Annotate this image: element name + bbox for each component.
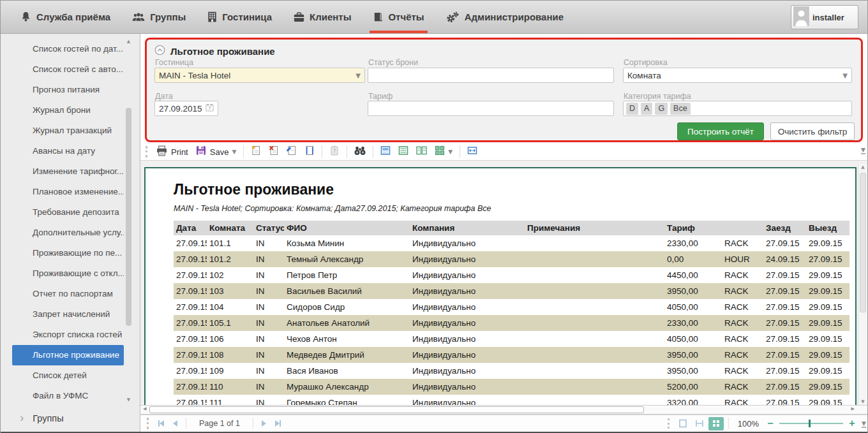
table-cell: 111 [207,395,253,405]
table-cell: RACK [722,299,763,315]
zoom-grid-mode-button[interactable] [708,417,724,430]
sidebar-item-6[interactable]: Изменение тарифног... [12,161,124,182]
zoom-slider[interactable] [779,419,843,428]
zoom-out-button[interactable]: − [765,418,775,429]
nav-tab-5[interactable]: Администрирование [435,1,574,33]
nav-tab-2[interactable]: Гостиница [197,1,283,33]
sidebar-item-13[interactable]: Запрет начислений [12,304,124,325]
build-report-button[interactable]: Построить отчёт [677,122,764,140]
table-cell: 27.09.15 [174,315,207,331]
sidebar-item-4[interactable]: Журнал транзакций [12,121,124,141]
new-page-button[interactable] [247,144,265,159]
tariff-input[interactable] [368,101,614,116]
sidebar-item-1[interactable]: Список гостей с авто... [12,59,124,80]
nav-tab-label: Администрирование [465,11,564,22]
page-setup-button[interactable] [301,144,318,159]
sort-select[interactable]: Комната ▼ [623,68,852,83]
find-button[interactable] [350,144,370,159]
zoom-fit-width-button[interactable] [692,417,707,430]
calendar-icon[interactable]: 7 [206,103,214,114]
tariff-category-chip-0[interactable]: D [626,103,638,115]
tariff-category-field[interactable]: DAGВсе [623,101,852,116]
sidebar-item-9[interactable]: Дополнительные услу... [12,223,124,243]
sidebar-item-10[interactable]: Проживающие по пе... [12,243,124,263]
nav-tab-0[interactable]: Служба приёма [10,1,121,33]
sidebar-scrollbar[interactable]: ▲ ▼ [124,39,133,402]
fit-width-button[interactable] [463,144,481,159]
tariff-category-chip-1[interactable]: A [641,103,652,115]
table-cell: 3320,00 [664,395,722,405]
nav-tab-4[interactable]: Отчёты [362,1,435,33]
sidebar-item-7[interactable]: Плановое изменение... [12,182,124,202]
zoom-in-button[interactable]: + [847,418,857,429]
sidebar-item-5[interactable]: Авансы на дату [12,141,124,161]
nav-tab-3[interactable]: Клиенты [283,1,362,33]
zoom-page-mode-button[interactable] [675,417,691,430]
tariff-category-chip-2[interactable]: G [655,103,668,115]
page-indicator: Page 1 of 1 [190,419,249,428]
last-page-button[interactable] [271,417,285,430]
table-cell: 110 [207,379,253,395]
pager-drag-handle[interactable] [147,418,149,429]
scrollbar-thumb[interactable] [126,108,131,326]
edit-page-button[interactable] [283,144,301,159]
table-cell: Индивидуально [410,283,525,299]
user-menu[interactable]: installer [791,5,858,29]
copy-button-disabled[interactable]: ? [326,144,343,159]
scroll-down-icon[interactable]: ▼ [124,397,133,402]
scroll-up-icon[interactable]: ▲ [124,39,133,44]
sidebar-item-14[interactable]: Экспорт списка гостей [12,325,124,345]
date-input[interactable]: 27.09.2015 7 [154,101,218,116]
collapse-panel-icon[interactable] [154,45,165,58]
zoom-drag-handle[interactable] [668,418,670,429]
sidebar-group-groups[interactable]: › Группы [1,409,124,428]
sidebar-item-0[interactable]: Список гостей по дат... [12,39,124,59]
scrollbar-thumb[interactable] [860,173,866,312]
booking-status-input[interactable] [368,68,614,83]
table-cell: 4050,00 [664,299,722,315]
save-button[interactable]: Save ▼ [192,144,241,159]
print-button[interactable]: Print [153,144,192,159]
view-single-page-button[interactable] [377,144,394,159]
sidebar-item-15[interactable]: Льготное проживание [12,345,124,365]
report-toolbar: Print Save ▼ ? ▼ [140,143,867,161]
sidebar-item-12[interactable]: Отчет по паспортам [12,284,124,304]
table-cell: IN [253,267,284,283]
table-cell: 29.09.15 [806,379,849,395]
report-vertical-scrollbar[interactable]: ▲ ▼ [858,164,867,405]
table-cell: 101.1 [207,235,253,251]
nav-tab-1[interactable]: Группы [121,1,197,33]
zoom-slider-handle[interactable] [809,420,811,427]
table-cell: Индивидуально [410,235,525,251]
scroll-up-icon[interactable]: ▲ [858,165,867,170]
tariff-category-chip-3[interactable]: Все [670,103,691,115]
view-multiple-pages-button[interactable]: ▼ [431,144,456,159]
table-cell [525,363,664,379]
scroll-left-icon[interactable]: ◀ [143,406,146,411]
statusbar-overflow-icon[interactable]: ▼ [862,420,866,428]
toolbar-drag-handle[interactable] [146,146,147,158]
toolbar-overflow-icon[interactable]: ▼ [861,147,865,154]
sidebar-item-17[interactable]: Файл в УФМС [12,386,124,406]
previous-page-button[interactable] [168,417,182,430]
hotel-select[interactable]: MAIN - Tesla Hotel ▼ [154,68,365,83]
report-title: Льготное проживание [174,181,846,198]
table-cell [525,299,664,315]
sidebar-item-11[interactable]: Проживающие с откл... [12,263,124,284]
first-page-button[interactable] [154,417,168,430]
scrollbar-thumb[interactable] [149,406,644,413]
delete-page-button[interactable] [265,144,283,159]
report-horizontal-scrollbar[interactable]: ◀ ▶ [140,405,867,415]
print-label: Print [171,147,188,157]
sidebar-item-3[interactable]: Журнал брони [12,100,124,121]
clear-filter-button[interactable]: Очистить фильтр [770,122,855,140]
next-page-button[interactable] [257,417,271,430]
sidebar-item-2[interactable]: Прогноз питания [12,80,124,100]
sidebar-item-8[interactable]: Требование депозита [12,202,124,223]
sidebar-item-16[interactable]: Список детей [12,365,124,386]
view-facing-button[interactable] [412,144,431,159]
scroll-right-icon[interactable]: ▶ [851,406,855,411]
table-cell: 27.09.15 [763,283,806,299]
view-continuous-button[interactable] [394,144,412,159]
scroll-down-icon[interactable]: ▼ [858,399,867,404]
